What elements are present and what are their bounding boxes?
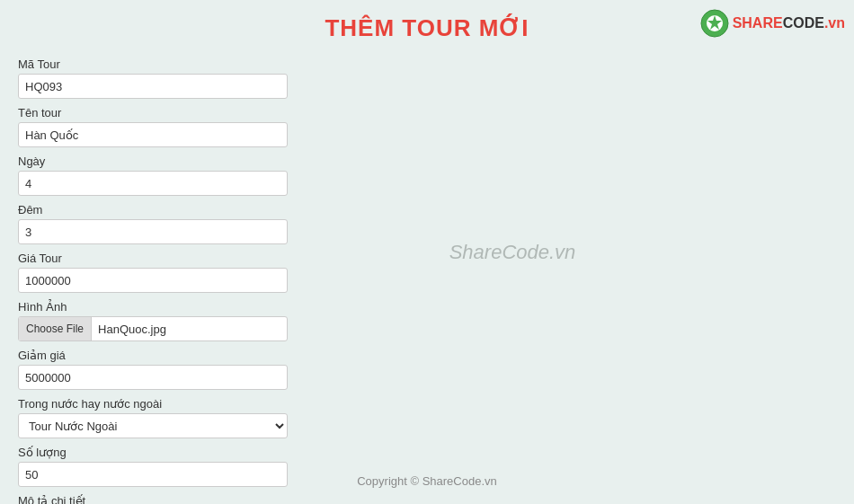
dem-group: Đêm bbox=[18, 203, 297, 244]
copyright: Copyright © ShareCode.vn bbox=[357, 474, 497, 488]
dem-label: Đêm bbox=[18, 203, 297, 217]
ten-tour-input[interactable] bbox=[18, 122, 288, 147]
gia-tour-group: Giá Tour bbox=[18, 252, 297, 293]
ten-tour-label: Tên tour bbox=[18, 106, 297, 119]
file-name: HanQuoc.jpg bbox=[92, 323, 166, 336]
mo-ta-group: Mô tả chi tiết bbox=[18, 494, 297, 504]
giam-gia-input[interactable] bbox=[18, 365, 288, 390]
hinh-anh-label: Hình Ảnh bbox=[18, 300, 297, 314]
file-input-wrapper: Choose File HanQuoc.jpg bbox=[18, 316, 288, 341]
logo-area: SHARECODE.vn bbox=[700, 9, 845, 38]
mo-ta-label: Mô tả chi tiết bbox=[18, 494, 297, 504]
giam-gia-group: Giảm giá bbox=[18, 349, 297, 390]
loai-tour-select[interactable]: Tour Nước Ngoài Tour Trong Nước bbox=[18, 413, 288, 438]
so-luong-group: Số lượng bbox=[18, 446, 297, 487]
giam-gia-label: Giảm giá bbox=[18, 349, 297, 362]
hinh-anh-group: Hình Ảnh Choose File HanQuoc.jpg bbox=[18, 300, 297, 341]
ma-tour-group: Mã Tour bbox=[18, 57, 297, 99]
ma-tour-label: Mã Tour bbox=[18, 57, 297, 71]
loai-tour-group: Trong nước hay nước ngoài Tour Nước Ngoà… bbox=[18, 397, 297, 438]
so-luong-input[interactable] bbox=[18, 462, 288, 487]
form-container: Mã Tour Tên tour Ngày Đêm Giá Tour Hình … bbox=[9, 50, 306, 504]
ngay-group: Ngày bbox=[18, 155, 297, 196]
ngay-input[interactable] bbox=[18, 171, 288, 196]
dem-input[interactable] bbox=[18, 219, 288, 244]
ngay-label: Ngày bbox=[18, 155, 297, 168]
loai-tour-label: Trong nước hay nước ngoài bbox=[18, 397, 297, 411]
gia-tour-input[interactable] bbox=[18, 268, 288, 293]
watermark: ShareCode.vn bbox=[449, 241, 576, 264]
choose-file-button[interactable]: Choose File bbox=[19, 317, 92, 340]
logo-icon bbox=[700, 9, 729, 38]
gia-tour-label: Giá Tour bbox=[18, 252, 297, 265]
ma-tour-input[interactable] bbox=[18, 74, 288, 99]
so-luong-label: Số lượng bbox=[18, 446, 297, 459]
ten-tour-group: Tên tour bbox=[18, 106, 297, 147]
logo-text: SHARECODE.vn bbox=[733, 15, 845, 31]
